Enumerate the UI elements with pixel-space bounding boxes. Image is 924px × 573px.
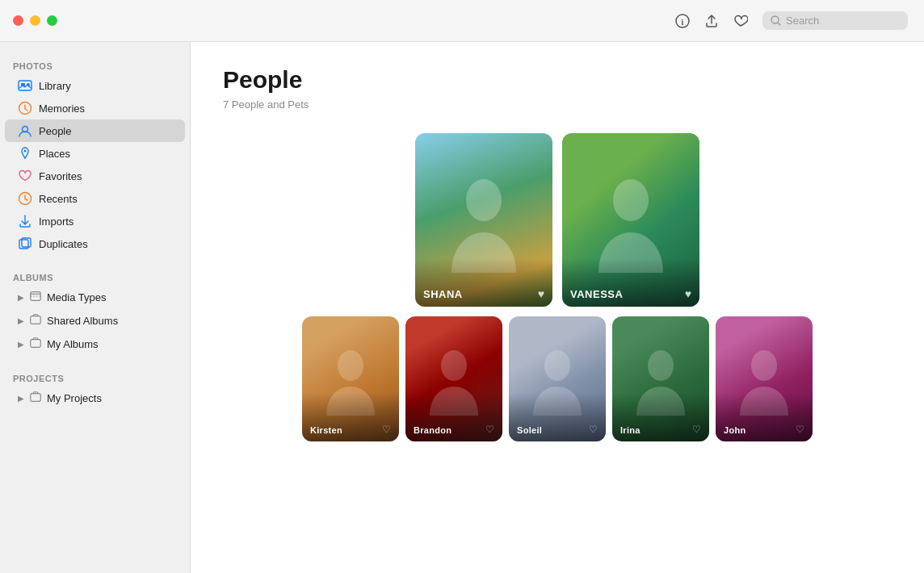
library-label: Library bbox=[39, 80, 71, 92]
kirsten-overlay: Kirsten ♡ bbox=[302, 393, 399, 441]
people-grid-bottom: Kirsten ♡ Brandon ♡ bbox=[223, 316, 892, 441]
sidebar-item-recents[interactable]: Recents bbox=[5, 187, 185, 210]
sidebar-item-places[interactable]: Places bbox=[5, 142, 185, 165]
svg-point-18 bbox=[338, 350, 363, 381]
places-label: Places bbox=[39, 148, 70, 160]
info-icon[interactable]: i bbox=[675, 14, 690, 28]
brandon-name: Brandon bbox=[414, 425, 452, 435]
chevron-right-icon: ▶ bbox=[18, 394, 24, 403]
svg-rect-12 bbox=[31, 292, 40, 301]
library-icon bbox=[18, 78, 32, 93]
soleil-heart[interactable]: ♡ bbox=[589, 424, 598, 435]
albums-section-label: Albums bbox=[0, 266, 190, 286]
svg-point-22 bbox=[751, 350, 777, 381]
kirsten-heart[interactable]: ♡ bbox=[382, 424, 391, 435]
people-icon bbox=[18, 123, 32, 138]
sidebar-item-library[interactable]: Library bbox=[5, 74, 185, 97]
person-card-soleil[interactable]: Soleil ♡ bbox=[509, 316, 606, 441]
recents-icon bbox=[18, 191, 32, 206]
shana-heart[interactable]: ♥ bbox=[538, 287, 544, 300]
chevron-right-icon: ▶ bbox=[18, 316, 24, 325]
vanessa-name: VANESSA bbox=[570, 288, 623, 300]
vanessa-heart[interactable]: ♥ bbox=[685, 287, 691, 300]
shana-name: SHANA bbox=[423, 288, 463, 300]
irina-name: Irina bbox=[620, 425, 640, 435]
vanessa-overlay: VANESSA ♥ bbox=[562, 258, 699, 307]
memories-label: Memories bbox=[39, 102, 85, 115]
svg-point-19 bbox=[441, 350, 467, 381]
john-heart[interactable]: ♡ bbox=[796, 424, 804, 435]
kirsten-name: Kirsten bbox=[310, 425, 342, 435]
chevron-right-icon: ▶ bbox=[18, 340, 24, 349]
titlebar-actions: i bbox=[675, 11, 908, 30]
john-overlay: John ♡ bbox=[716, 393, 813, 441]
soleil-name: Soleil bbox=[517, 425, 542, 435]
window-controls bbox=[13, 15, 57, 26]
maximize-button[interactable] bbox=[47, 15, 57, 26]
irina-heart[interactable]: ♡ bbox=[692, 424, 701, 435]
sidebar-item-memories[interactable]: Memories bbox=[5, 97, 185, 119]
search-icon bbox=[771, 15, 781, 26]
heart-toolbar-icon[interactable] bbox=[733, 14, 748, 28]
john-name: John bbox=[724, 425, 746, 435]
brandon-heart[interactable]: ♡ bbox=[485, 424, 494, 435]
brandon-overlay: Brandon ♡ bbox=[405, 393, 502, 441]
imports-label: Imports bbox=[39, 215, 74, 228]
person-card-irina[interactable]: Irina ♡ bbox=[612, 316, 709, 441]
imports-icon bbox=[18, 214, 32, 228]
media-types-icon bbox=[29, 290, 42, 305]
shared-albums-label: Shared Albums bbox=[47, 315, 118, 327]
sidebar-item-my-albums[interactable]: ▶ My Albums bbox=[5, 333, 185, 356]
page-subtitle: 7 People and Pets bbox=[223, 98, 892, 111]
projects-section-label: Projects bbox=[0, 367, 190, 387]
my-projects-label: My Projects bbox=[47, 392, 102, 404]
app-body: Photos Library Memories bbox=[0, 42, 924, 573]
minimize-button[interactable] bbox=[30, 15, 40, 26]
svg-text:i: i bbox=[682, 17, 684, 26]
sidebar-item-imports[interactable]: Imports bbox=[5, 210, 185, 232]
main-content: People 7 People and Pets SHANA ♥ bbox=[191, 42, 924, 573]
person-card-brandon[interactable]: Brandon ♡ bbox=[405, 316, 502, 441]
titlebar: i bbox=[0, 0, 924, 42]
svg-rect-14 bbox=[31, 340, 40, 348]
people-label: People bbox=[39, 125, 71, 137]
page-title: People bbox=[223, 66, 892, 94]
close-button[interactable] bbox=[13, 15, 23, 26]
sidebar-item-duplicates[interactable]: Duplicates bbox=[5, 232, 185, 255]
svg-rect-15 bbox=[31, 394, 40, 402]
person-card-kirsten[interactable]: Kirsten ♡ bbox=[302, 316, 399, 441]
sidebar-item-favorites[interactable]: Favorites bbox=[5, 165, 185, 187]
person-card-vanessa[interactable]: VANESSA ♥ bbox=[562, 133, 699, 307]
shana-overlay: SHANA ♥ bbox=[415, 258, 552, 307]
person-card-john[interactable]: John ♡ bbox=[716, 316, 813, 441]
duplicates-label: Duplicates bbox=[39, 238, 88, 250]
sidebar: Photos Library Memories bbox=[0, 42, 191, 573]
svg-point-8 bbox=[24, 150, 27, 153]
memories-icon bbox=[18, 101, 32, 115]
favorites-label: Favorites bbox=[39, 170, 82, 182]
my-albums-icon bbox=[29, 337, 42, 352]
my-albums-label: My Albums bbox=[47, 338, 99, 350]
duplicates-icon bbox=[18, 236, 32, 251]
favorites-icon bbox=[18, 169, 32, 183]
my-projects-icon bbox=[29, 391, 42, 406]
shared-albums-icon bbox=[29, 313, 42, 328]
svg-point-16 bbox=[466, 179, 502, 221]
photos-section-label: Photos bbox=[0, 55, 190, 74]
svg-point-21 bbox=[648, 350, 674, 381]
soleil-overlay: Soleil ♡ bbox=[509, 393, 606, 441]
sidebar-item-people[interactable]: People bbox=[5, 119, 185, 142]
recents-label: Recents bbox=[39, 193, 78, 205]
chevron-right-icon: ▶ bbox=[18, 293, 24, 302]
share-icon[interactable] bbox=[704, 14, 719, 28]
places-icon bbox=[18, 146, 32, 161]
svg-point-17 bbox=[613, 179, 649, 221]
search-bar[interactable] bbox=[762, 11, 908, 30]
search-input[interactable] bbox=[786, 15, 899, 27]
person-card-shana[interactable]: SHANA ♥ bbox=[415, 133, 552, 307]
sidebar-item-media-types[interactable]: ▶ Media Types bbox=[5, 286, 185, 309]
people-grid-top: SHANA ♥ VANESSA ♥ bbox=[223, 133, 892, 307]
sidebar-item-my-projects[interactable]: ▶ My Projects bbox=[5, 387, 185, 410]
sidebar-item-shared-albums[interactable]: ▶ Shared Albums bbox=[5, 309, 185, 333]
media-types-label: Media Types bbox=[47, 291, 106, 303]
